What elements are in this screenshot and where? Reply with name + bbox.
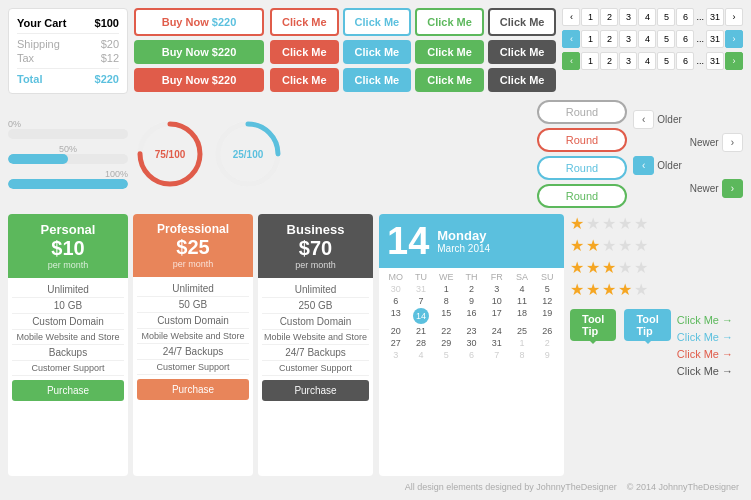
click-me-outline-red-1[interactable]: Click Me <box>270 8 339 36</box>
star-empty[interactable]: ★ <box>634 258 648 277</box>
cal-cell[interactable]: 13 <box>383 308 408 324</box>
cal-cell[interactable]: 9 <box>535 350 560 360</box>
star-empty[interactable]: ★ <box>618 214 632 233</box>
cal-cell[interactable]: 4 <box>509 284 534 294</box>
page-2-5[interactable]: 5 <box>657 30 675 48</box>
click-me-outline-dark-1[interactable]: Click Me <box>488 8 557 36</box>
cal-cell[interactable]: 8 <box>434 296 459 306</box>
click-me-red-1[interactable]: Click Me <box>270 40 339 64</box>
clickme-link-dark[interactable]: Click Me → <box>677 365 751 377</box>
page-3-4[interactable]: 4 <box>638 52 656 70</box>
clickme-link-red[interactable]: Click Me → <box>677 348 751 360</box>
cal-cell[interactable]: 19 <box>535 308 560 324</box>
cal-cell[interactable]: 1 <box>434 284 459 294</box>
star-1[interactable]: ★ <box>570 214 584 233</box>
star-empty[interactable]: ★ <box>586 214 600 233</box>
cal-cell[interactable]: 2 <box>459 284 484 294</box>
cal-cell[interactable]: 6 <box>459 350 484 360</box>
star-1[interactable]: ★ <box>570 280 584 299</box>
page-1-4[interactable]: 4 <box>638 8 656 26</box>
page-1-31[interactable]: 31 <box>706 8 724 26</box>
page-3-31[interactable]: 31 <box>706 52 724 70</box>
click-me-blue-2[interactable]: Click Me <box>343 68 412 92</box>
round-btn-green[interactable]: Round <box>537 184 627 208</box>
click-me-dark-2[interactable]: Click Me <box>488 68 557 92</box>
cal-cell[interactable]: 28 <box>408 338 433 348</box>
page-3-3[interactable]: 3 <box>619 52 637 70</box>
cal-cell[interactable]: 11 <box>509 296 534 306</box>
purchase-btn-personal[interactable]: Purchase <box>12 380 124 401</box>
cal-cell[interactable]: 3 <box>383 350 408 360</box>
page-1-5[interactable]: 5 <box>657 8 675 26</box>
page-3-1[interactable]: 1 <box>581 52 599 70</box>
nav-older-2[interactable]: ‹ <box>633 156 654 175</box>
star-2[interactable]: ★ <box>586 236 600 255</box>
cal-cell-today[interactable]: 14 <box>413 308 429 324</box>
page-2-3[interactable]: 3 <box>619 30 637 48</box>
cal-cell[interactable]: 5 <box>434 350 459 360</box>
cal-cell[interactable]: 4 <box>408 350 433 360</box>
star-empty[interactable]: ★ <box>634 280 648 299</box>
cal-cell[interactable]: 17 <box>484 308 509 324</box>
purchase-btn-pro[interactable]: Purchase <box>137 379 249 400</box>
page-1-3[interactable]: 3 <box>619 8 637 26</box>
page-3-6[interactable]: 6 <box>676 52 694 70</box>
page-3-2[interactable]: 2 <box>600 52 618 70</box>
star-empty[interactable]: ★ <box>602 214 616 233</box>
star-1[interactable]: ★ <box>570 236 584 255</box>
page-2-4[interactable]: 4 <box>638 30 656 48</box>
click-me-dark-1[interactable]: Click Me <box>488 40 557 64</box>
cal-cell[interactable]: 15 <box>434 308 459 324</box>
cal-cell[interactable]: 24 <box>484 326 509 336</box>
click-me-green-2[interactable]: Click Me <box>415 68 484 92</box>
page-next-3[interactable]: › <box>725 52 743 70</box>
buy-now-red-button[interactable]: Buy Now $220 <box>134 68 264 92</box>
page-1-2[interactable]: 2 <box>600 8 618 26</box>
cal-cell[interactable]: 22 <box>434 326 459 336</box>
click-me-red-2[interactable]: Click Me <box>270 68 339 92</box>
clickme-link-blue[interactable]: Click Me → <box>677 331 751 343</box>
cal-cell[interactable]: 31 <box>484 338 509 348</box>
star-empty[interactable]: ★ <box>634 214 648 233</box>
cal-cell[interactable]: 9 <box>459 296 484 306</box>
cal-cell[interactable]: 29 <box>434 338 459 348</box>
page-2-6[interactable]: 6 <box>676 30 694 48</box>
star-3[interactable]: ★ <box>602 280 616 299</box>
round-btn-gray[interactable]: Round <box>537 100 627 124</box>
star-4[interactable]: ★ <box>618 280 632 299</box>
cal-cell[interactable]: 8 <box>509 350 534 360</box>
star-empty[interactable]: ★ <box>602 236 616 255</box>
click-me-outline-green-1[interactable]: Click Me <box>415 8 484 36</box>
cal-cell[interactable]: 5 <box>535 284 560 294</box>
purchase-btn-business[interactable]: Purchase <box>262 380 369 401</box>
cal-cell[interactable]: 2 <box>535 338 560 348</box>
star-empty[interactable]: ★ <box>618 258 632 277</box>
cal-cell[interactable]: 3 <box>484 284 509 294</box>
cal-cell[interactable]: 12 <box>535 296 560 306</box>
click-me-green-1[interactable]: Click Me <box>415 40 484 64</box>
star-empty[interactable]: ★ <box>634 236 648 255</box>
page-next-1[interactable]: › <box>725 8 743 26</box>
star-2[interactable]: ★ <box>586 280 600 299</box>
cal-cell[interactable]: 16 <box>459 308 484 324</box>
cal-cell[interactable]: 6 <box>383 296 408 306</box>
cal-cell[interactable]: 26 <box>535 326 560 336</box>
cal-cell[interactable]: 25 <box>509 326 534 336</box>
page-2-1[interactable]: 1 <box>581 30 599 48</box>
click-me-blue-1[interactable]: Click Me <box>343 40 412 64</box>
round-btn-red[interactable]: Round <box>537 128 627 152</box>
page-1-1[interactable]: 1 <box>581 8 599 26</box>
page-2-31[interactable]: 31 <box>706 30 724 48</box>
page-next-2[interactable]: › <box>725 30 743 48</box>
page-1-6[interactable]: 6 <box>676 8 694 26</box>
page-prev-3[interactable]: ‹ <box>562 52 580 70</box>
cal-cell[interactable]: 30 <box>459 338 484 348</box>
page-prev-2[interactable]: ‹ <box>562 30 580 48</box>
buy-now-outline-button[interactable]: Buy Now $220 <box>134 8 264 36</box>
buy-now-green-button[interactable]: Buy Now $220 <box>134 40 264 64</box>
cal-cell[interactable]: 18 <box>509 308 534 324</box>
click-me-outline-blue-1[interactable]: Click Me <box>343 8 412 36</box>
star-2[interactable]: ★ <box>586 258 600 277</box>
star-3[interactable]: ★ <box>602 258 616 277</box>
round-btn-blue[interactable]: Round <box>537 156 627 180</box>
